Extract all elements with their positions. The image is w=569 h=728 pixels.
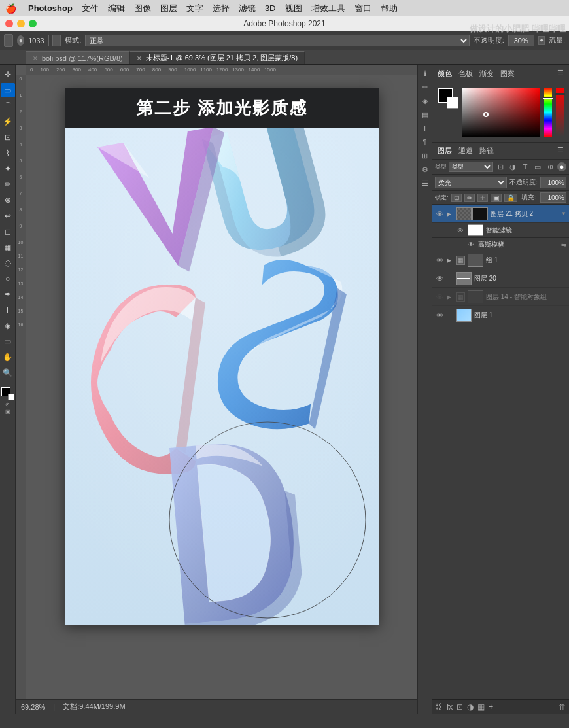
brush-preview[interactable]: ● bbox=[17, 35, 24, 46]
filter-smart-icon[interactable]: ⊕ bbox=[545, 162, 555, 172]
opacity-value-input[interactable] bbox=[540, 177, 566, 188]
add-mask-btn[interactable]: ⊡ bbox=[457, 702, 463, 712]
crop-tool[interactable]: ⊡ bbox=[1, 130, 15, 145]
close-button[interactable] bbox=[5, 20, 13, 27]
hue-slider[interactable] bbox=[544, 88, 552, 137]
new-group-btn[interactable]: ▦ bbox=[477, 702, 485, 712]
layer-item-21copy2[interactable]: 👁 ▶ 图层 21 拷贝 2 ▼ bbox=[432, 205, 569, 223]
apple-menu[interactable]: 🍎 bbox=[5, 3, 16, 14]
lock-all-btn[interactable]: 🔒 bbox=[504, 194, 517, 202]
maximize-button[interactable] bbox=[29, 20, 37, 27]
layers-menu-icon[interactable]: ☰ bbox=[557, 146, 564, 156]
layer-expand-arrow[interactable]: ▼ bbox=[561, 211, 566, 217]
airbrush-toggle[interactable]: ✦ bbox=[538, 36, 545, 45]
fg-bg-color[interactable] bbox=[1, 387, 14, 400]
fg-bg-swatches[interactable] bbox=[438, 88, 458, 109]
minimize-button[interactable] bbox=[17, 20, 25, 27]
menu-filter[interactable]: 滤镜 bbox=[239, 3, 256, 14]
tab-boli[interactable]: ✕ boli.psd @ 117%(RGB/8) bbox=[26, 51, 130, 64]
delete-layer-btn[interactable]: 🗑 bbox=[559, 702, 566, 712]
spot-heal-tool[interactable]: ✦ bbox=[1, 162, 15, 176]
history-brush-tool[interactable]: ↩ bbox=[1, 209, 15, 223]
visibility-toggle-21copy2[interactable]: 👁 bbox=[435, 209, 444, 218]
shape-tool[interactable]: ▭ bbox=[1, 334, 15, 349]
tool-preset-picker[interactable] bbox=[4, 34, 13, 47]
visibility-group1[interactable]: 👁 bbox=[435, 256, 444, 265]
layer-item-14[interactable]: 👁 ▶ ▦ 图层 14 - 智能对象组 bbox=[432, 288, 569, 306]
visibility-smart-filter[interactable]: 👁 bbox=[456, 226, 465, 235]
visibility-20[interactable]: 👁 bbox=[435, 274, 444, 283]
bg-color-swatch[interactable] bbox=[8, 394, 14, 400]
wand-tool[interactable]: ⚡ bbox=[1, 114, 15, 129]
canvas-scroll[interactable]: 第二步 添加光影质感 bbox=[26, 75, 417, 714]
menu-help[interactable]: 帮助 bbox=[381, 3, 398, 14]
menu-text[interactable]: 文字 bbox=[186, 3, 203, 14]
tab-layers[interactable]: 图层 bbox=[438, 146, 452, 156]
paragraph-icon[interactable]: ¶ bbox=[419, 136, 431, 148]
menu-select[interactable]: 选择 bbox=[213, 3, 230, 14]
hand-tool[interactable]: ✋ bbox=[1, 350, 15, 364]
color-tab[interactable]: 颜色 bbox=[438, 69, 452, 80]
lock-transparent-btn[interactable]: ⊡ bbox=[451, 194, 462, 202]
new-layer-btn[interactable]: + bbox=[489, 702, 493, 712]
link-layers-btn[interactable]: ⛓ bbox=[435, 702, 443, 712]
gradient-tab[interactable]: 渐变 bbox=[479, 69, 494, 80]
layer-item-smart-filter[interactable]: 👁 智能滤镜 bbox=[432, 223, 569, 238]
tab-paths[interactable]: 路径 bbox=[479, 146, 494, 156]
mode-select[interactable]: 正常 bbox=[85, 35, 469, 46]
opacity-input[interactable] bbox=[508, 35, 534, 46]
brush-tool[interactable]: ✏ bbox=[1, 177, 15, 192]
layer-item-gauss-blur[interactable]: 👁 高斯模糊 ⇆ bbox=[432, 238, 569, 251]
app-name-menu[interactable]: Photoshop bbox=[28, 3, 73, 13]
tab-channels[interactable]: 通道 bbox=[458, 146, 473, 156]
eraser-tool[interactable]: ◻ bbox=[1, 224, 15, 239]
pattern-tab[interactable]: 图案 bbox=[500, 69, 515, 80]
menu-edit[interactable]: 编辑 bbox=[108, 3, 125, 14]
menu-image[interactable]: 图像 bbox=[134, 3, 151, 14]
lock-image-btn[interactable]: ✏ bbox=[464, 194, 475, 202]
filter-type-select[interactable]: 类型 bbox=[449, 162, 493, 172]
swatches-tab[interactable]: 色板 bbox=[458, 69, 473, 80]
quick-mask-toggle[interactable]: ⊙ bbox=[5, 402, 10, 407]
toggle-button[interactable] bbox=[52, 35, 61, 46]
blur-tool[interactable]: ◌ bbox=[1, 256, 15, 270]
bg-swatch[interactable] bbox=[447, 97, 458, 109]
filter-adjust-icon[interactable]: ◑ bbox=[508, 162, 518, 172]
alpha-slider[interactable] bbox=[556, 88, 564, 137]
expand-group1[interactable]: ▶ bbox=[447, 257, 453, 264]
tab-close-untitled[interactable]: ✕ bbox=[137, 55, 142, 61]
menu-plugins[interactable]: 增效工具 bbox=[311, 3, 345, 14]
eyedropper-tool[interactable]: ⌇ bbox=[1, 146, 15, 160]
lock-position-btn[interactable]: ✛ bbox=[477, 194, 488, 202]
document-canvas[interactable]: 第二步 添加光影质感 bbox=[65, 88, 379, 625]
menu-3d[interactable]: 3D bbox=[265, 3, 276, 13]
brush-settings-icon[interactable]: ✏ bbox=[419, 81, 431, 93]
color-saturation-value[interactable] bbox=[462, 88, 540, 137]
expand-14[interactable]: ▶ bbox=[447, 294, 453, 300]
adjustment-icon[interactable]: ▤ bbox=[419, 109, 431, 120]
layers-list[interactable]: 👁 ▶ 图层 21 拷贝 2 ▼ 👁 智能滤镜 bbox=[432, 205, 569, 699]
selection-tool[interactable]: ▭ bbox=[1, 83, 15, 97]
color-picker-icon[interactable]: ◈ bbox=[419, 95, 431, 107]
tab-untitled[interactable]: ✕ 未标题-1 @ 69.3% (图层 21 拷贝 2, 图层蒙版/8) bbox=[130, 51, 305, 64]
type-icon[interactable]: T bbox=[419, 122, 431, 134]
gradient-tool[interactable]: ▦ bbox=[1, 240, 15, 254]
visibility-1[interactable]: 👁 bbox=[435, 311, 444, 320]
tab-close-boli[interactable]: ✕ bbox=[33, 55, 38, 61]
options-icon[interactable]: ⚙ bbox=[419, 164, 431, 175]
panel-menu-icon[interactable]: ☰ bbox=[557, 69, 564, 80]
filter-pixel-icon[interactable]: ⊡ bbox=[495, 162, 506, 172]
visibility-gauss[interactable]: 👁 bbox=[466, 240, 475, 249]
filter-shape-icon[interactable]: ▭ bbox=[532, 162, 543, 172]
menu-file[interactable]: 文件 bbox=[82, 3, 99, 14]
menu-view[interactable]: 视图 bbox=[285, 3, 302, 14]
path-select-tool[interactable]: ◈ bbox=[1, 319, 15, 333]
layer-item-group1[interactable]: 👁 ▶ ▦ 组 1 bbox=[432, 251, 569, 269]
add-style-btn[interactable]: fx bbox=[447, 702, 453, 712]
screen-mode[interactable]: ▣ bbox=[5, 409, 10, 415]
lock-artboard-btn[interactable]: ▣ bbox=[491, 194, 502, 202]
fill-value-input[interactable] bbox=[540, 192, 566, 203]
stamp-tool[interactable]: ⊕ bbox=[1, 193, 15, 207]
filter-toggle[interactable]: ● bbox=[557, 162, 566, 171]
content-icon[interactable]: ⊞ bbox=[419, 150, 431, 162]
